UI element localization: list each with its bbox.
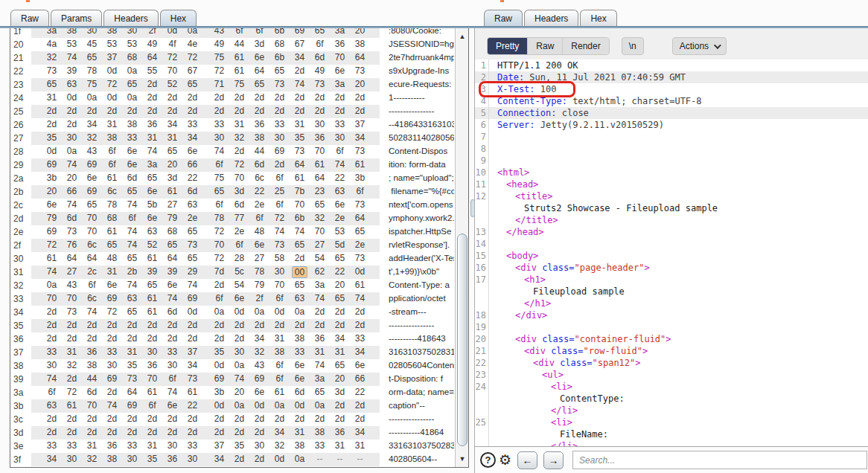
hex-byte[interactable]: 74 [124,226,140,238]
hex-byte[interactable]: 30 [312,119,328,131]
hex-byte[interactable]: 2d [104,106,120,118]
hex-ascii[interactable]: rvletResponse']. [389,240,450,249]
hex-byte[interactable]: 61 [232,52,247,64]
hex-byte[interactable]: 2d [352,306,368,318]
hex-byte[interactable]: 72 [165,52,180,64]
hex-byte[interactable]: 31 [272,333,287,345]
hex-byte[interactable]: 34 [292,52,307,64]
hex-byte[interactable]: 28 [232,253,247,265]
hex-byte[interactable]: 6f [352,186,368,198]
hex-byte[interactable]: 6e [165,280,180,292]
hex-byte[interactable]: 3a [312,373,328,385]
hex-byte[interactable]: 75 [211,173,227,184]
hex-byte[interactable]: 30 [144,347,160,358]
hex-byte[interactable]: 38 [64,28,80,37]
hex-byte[interactable]: 2d [232,414,247,425]
hex-byte[interactable]: 38 [84,360,100,372]
hex-ascii[interactable]: pplication/octet [389,294,446,303]
hex-byte[interactable]: 31 [165,132,180,144]
hex-byte[interactable]: 6b [272,28,287,37]
hex-byte[interactable]: 63 [44,400,60,412]
hex-byte[interactable]: 74 [124,280,140,292]
hex-byte[interactable]: 2d [185,92,200,104]
hex-byte[interactable]: 43 [252,360,267,372]
hex-byte[interactable]: 0a [272,400,287,412]
hex-byte[interactable]: 2d [144,106,160,118]
hex-byte[interactable]: 73 [185,239,200,251]
hex-byte[interactable]: 6f [124,213,140,225]
hex-byte[interactable]: 73 [312,79,328,91]
hex-byte[interactable]: 52 [165,79,180,91]
hex-byte[interactable]: 61 [44,253,60,265]
hex-byte[interactable]: 74 [312,293,328,305]
hex-byte[interactable]: 70 [64,293,80,305]
hex-byte[interactable]: 68 [104,213,120,225]
hex-byte[interactable]: 74 [44,266,60,278]
hex-byte[interactable]: 74 [312,360,328,372]
hex-ascii[interactable]: ---------------- [389,106,434,115]
hex-byte[interactable]: 33 [352,333,368,345]
hex-byte[interactable]: 30 [64,132,80,144]
hex-byte[interactable]: 65 [292,239,307,251]
hex-byte[interactable]: 33 [64,440,80,452]
hex-byte[interactable]: 37 [211,440,227,452]
hex-byte[interactable]: 2d [312,320,328,332]
splitter-handle[interactable] [470,199,475,217]
hex-byte[interactable]: 2d [104,427,120,439]
hex-byte[interactable]: 2d [144,92,160,104]
hex-byte[interactable]: 70 [84,213,100,225]
prev-match-button[interactable]: ← [517,451,537,469]
hex-byte[interactable]: 3d [232,186,247,198]
render-button[interactable]: Render [563,38,608,54]
hex-byte[interactable]: 2d [64,119,80,131]
hex-byte[interactable]: 64 [64,253,80,265]
hex-byte[interactable]: 38 [104,28,120,37]
hex-byte[interactable]: 2d [211,414,227,425]
hex-byte[interactable]: 2d [211,427,227,439]
hex-byte[interactable]: 68 [124,52,140,64]
hex-byte[interactable]: 38 [252,132,267,144]
hex-byte[interactable]: 36 [312,333,328,345]
hex-byte[interactable]: 2e [232,226,247,238]
hex-byte[interactable]: 6f [272,293,287,305]
hex-byte[interactable]: 31 [232,119,247,131]
hex-byte[interactable]: 3a [332,79,348,91]
hex-byte[interactable]: 30 [211,132,227,144]
hex-byte[interactable]: 55 [144,65,160,77]
hex-byte[interactable]: 0d [44,146,60,158]
hex-byte[interactable]: 2d [332,106,348,118]
hex-byte[interactable]: 6c [84,293,100,305]
hex-byte[interactable]: 6f [272,373,287,385]
hex-byte[interactable]: 64 [352,52,368,64]
hex-byte[interactable]: 73 [124,373,140,385]
hex-byte[interactable]: 6d [292,387,307,399]
hex-byte[interactable]: 63 [292,293,307,305]
hex-byte[interactable]: 49 [144,39,160,51]
hex-byte[interactable]: 6e [144,213,160,225]
hex-byte[interactable]: 70 [272,280,287,292]
hex-byte[interactable]: 72 [211,65,227,77]
hex-byte[interactable]: 65 [352,226,368,238]
hex-byte[interactable]: 3d [165,173,180,184]
hex-byte[interactable]: 2e [252,199,267,211]
hex-byte[interactable]: 2d [64,333,80,345]
hex-byte[interactable]: 45 [84,39,100,51]
scrollbar-thumb[interactable] [457,234,467,446]
hex-byte[interactable]: 20 [165,159,180,171]
hex-byte[interactable]: 70 [84,400,100,412]
hex-byte[interactable]: 32 [252,347,267,358]
hex-byte[interactable]: 2d [185,106,200,118]
hex-byte[interactable]: 73 [352,65,368,77]
hex-byte[interactable]: 0a [312,400,328,412]
hex-byte[interactable]: 6f [232,28,247,37]
hex-byte[interactable]: 2d [332,306,348,318]
hex-byte[interactable]: 74 [232,373,247,385]
hex-byte[interactable]: 69 [44,226,60,238]
hex-ascii[interactable]: ---------------- [389,414,434,423]
hex-byte[interactable]: 43 [84,146,100,158]
hex-byte[interactable]: 6f [84,280,100,292]
hex-ascii[interactable]: --41864331631037 [389,120,454,129]
hex-ascii[interactable]: orm-data; name=" [389,387,454,396]
hex-byte[interactable]: 3b [44,173,60,184]
hex-byte[interactable]: 2d [104,333,120,345]
